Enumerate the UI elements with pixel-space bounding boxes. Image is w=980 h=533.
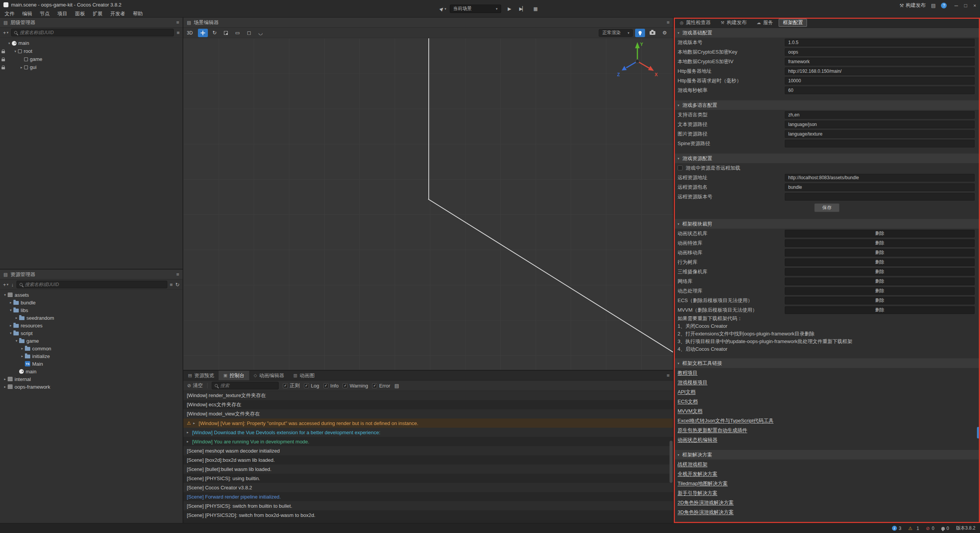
play-button[interactable]: ▶ — [505, 5, 514, 13]
property-input[interactable] — [785, 67, 975, 75]
property-input[interactable] — [785, 183, 975, 191]
property-input[interactable] — [785, 174, 975, 181]
property-input[interactable] — [785, 39, 975, 46]
checkbox[interactable]: ✓ — [283, 383, 288, 388]
snapshot-icon[interactable]: ▤ — [931, 3, 936, 8]
hierarchy-node[interactable]: ▾root — [0, 47, 183, 55]
hierarchy-node[interactable]: ▾main — [0, 39, 183, 47]
console-error-counter[interactable]: ⊘ 0 — [926, 526, 934, 531]
delete-button[interactable]: 删除 — [785, 239, 975, 247]
property-input[interactable] — [785, 130, 975, 138]
assets-search-input[interactable] — [25, 282, 164, 287]
expand-arrow-icon[interactable]: ▾ — [2, 293, 8, 297]
asset-node[interactable]: ▸initialize — [0, 352, 183, 360]
expand-arrow-icon[interactable]: ▾ — [8, 331, 13, 335]
section-header[interactable]: ▾框架文档工具链接 — [674, 358, 980, 368]
lock-icon[interactable] — [2, 67, 5, 69]
inspector-tab-构建发布[interactable]: ⚒构建发布 — [717, 19, 751, 27]
delete-button[interactable]: 删除 — [785, 297, 975, 304]
property-input[interactable] — [785, 121, 975, 128]
asset-node[interactable]: ▾assets — [0, 291, 183, 299]
console-filter-Info[interactable]: ✓Info — [323, 383, 339, 389]
doc-link[interactable]: 游戏模板项目 — [678, 378, 707, 387]
log-row[interactable]: [Scene] Forward render pipeline initiali… — [183, 492, 673, 501]
expand-arrow-icon[interactable]: ▸ — [20, 347, 25, 350]
expand-arrow-icon[interactable]: ▸ — [2, 377, 8, 381]
export-log-icon[interactable]: ▤ — [394, 383, 399, 389]
solution-link[interactable]: Tiledmap地图解决方案 — [678, 479, 728, 488]
solution-link[interactable]: 全栈开发解决方案 — [678, 469, 717, 479]
menu-item[interactable]: 编辑 — [18, 10, 36, 18]
log-row[interactable]: ⚠▸[Window] [Vue warn]: Property "onInput… — [183, 419, 673, 428]
log-row[interactable]: [Window] model_view文件夹存在 — [183, 409, 673, 419]
log-row[interactable]: [Window] ecs文件夹存在 — [183, 400, 673, 409]
solution-link[interactable]: 3D角色扮演游戏解决方案 — [678, 507, 734, 517]
asset-node[interactable]: ▾game — [0, 337, 183, 345]
section-header[interactable]: ▾框架解决方案 — [674, 450, 980, 459]
checkbox[interactable]: ✓ — [343, 383, 348, 388]
inspector-tab-框架配置[interactable]: 框架配置 — [779, 19, 807, 27]
camera-view-button[interactable] — [647, 29, 657, 37]
console-tab-资源预览[interactable]: ▤资源预览 — [183, 371, 219, 380]
expand-arrow-icon[interactable]: ▸ — [8, 301, 13, 304]
hierarchy-menu-icon[interactable]: ≡ — [176, 20, 179, 25]
remote-load-checkbox[interactable] — [678, 165, 683, 170]
asset-node[interactable]: ▸oops-framework — [0, 383, 183, 391]
log-row[interactable]: [Scene] [PHYSICS]: using builtin. — [183, 474, 673, 483]
console-filter-Error[interactable]: ✓Error — [372, 383, 390, 389]
add-asset-button[interactable]: + ▾ — [3, 282, 8, 288]
lock-icon[interactable] — [2, 59, 5, 61]
asset-node[interactable]: main — [0, 368, 183, 375]
collapse-arrow-icon[interactable]: ▸ — [187, 430, 192, 434]
notification-counter[interactable]: 0 — [941, 526, 949, 531]
expand-arrow-icon[interactable]: ▾ — [13, 49, 18, 53]
doc-link[interactable]: 原生包热更新配置自动生成插件 — [678, 425, 747, 435]
solution-link[interactable]: 2D角色扮演游戏解决方案 — [678, 498, 734, 507]
expand-arrow-icon[interactable]: ▸ — [19, 65, 24, 69]
doc-link[interactable]: 教程项目 — [678, 368, 697, 378]
add-node-button[interactable]: + ▾ — [3, 30, 8, 36]
console-scrollbar[interactable] — [670, 441, 673, 483]
delete-button[interactable]: 删除 — [785, 278, 975, 285]
doc-link[interactable]: Excel格式转Json文件与TypeScript代码工具 — [678, 416, 774, 425]
checkbox[interactable]: ✓ — [323, 383, 328, 388]
console-tab-动画编辑器[interactable]: ◇动画编辑器 — [249, 371, 289, 380]
expand-arrow-icon[interactable]: ▸ — [2, 385, 8, 389]
property-input[interactable] — [785, 87, 975, 94]
property-input[interactable] — [785, 77, 975, 85]
scene-viewport[interactable]: Y X Z — [183, 38, 673, 370]
inspector-tab-属性检查器[interactable]: ◎属性检查器 — [676, 19, 715, 27]
build-publish-button[interactable]: ⚒ 构建发布 — [899, 2, 926, 9]
filter-icon[interactable]: ≡ — [176, 30, 180, 36]
delete-button[interactable]: 删除 — [785, 258, 975, 266]
expand-arrow-icon[interactable]: ▾ — [7, 41, 12, 45]
doc-link[interactable]: MVVM文档 — [678, 406, 702, 416]
delete-button[interactable]: 删除 — [785, 249, 975, 257]
log-row[interactable]: [Scene] [PHYSICS]: switch from builtin t… — [183, 501, 673, 510]
mode-3d-button[interactable]: 3D — [187, 30, 193, 36]
console-filter-正则[interactable]: ✓正则 — [283, 382, 300, 389]
doc-link[interactable]: ECS文档 — [678, 397, 698, 406]
expand-arrow-icon[interactable]: ▸ — [8, 324, 13, 327]
console-info-counter[interactable]: 3 — [892, 526, 902, 531]
scale-tool-button[interactable] — [221, 29, 231, 37]
property-input[interactable] — [785, 193, 975, 201]
clear-console-button[interactable]: ⊘ 清空 — [187, 382, 203, 389]
delete-button[interactable]: 删除 — [785, 230, 975, 237]
section-header[interactable]: ▾框架模块裁剪 — [674, 219, 980, 229]
property-input[interactable] — [785, 58, 975, 65]
asset-node[interactable]: ▸internal — [0, 375, 183, 383]
hierarchy-search-input[interactable] — [20, 30, 171, 35]
log-row[interactable]: [Scene] [bullet]:bullet wasm lib loaded. — [183, 464, 673, 474]
console-search-input[interactable] — [220, 383, 276, 388]
filter-icon[interactable]: ≡ — [170, 282, 173, 288]
minimize-button[interactable]: ─ — [954, 3, 958, 8]
collapse-arrow-icon[interactable]: ▸ — [187, 440, 192, 443]
log-row[interactable]: ▸[Window] You are running Vue in develop… — [183, 437, 673, 446]
property-input[interactable] — [785, 48, 975, 56]
menu-item[interactable]: 面板 — [71, 10, 89, 18]
asset-node[interactable]: ▸bundle — [0, 299, 183, 306]
gizmo-space-button[interactable]: ◡ — [255, 29, 265, 37]
console-warning-counter[interactable]: ⚠ 1 — [908, 526, 919, 531]
close-button[interactable]: × — [973, 3, 976, 8]
